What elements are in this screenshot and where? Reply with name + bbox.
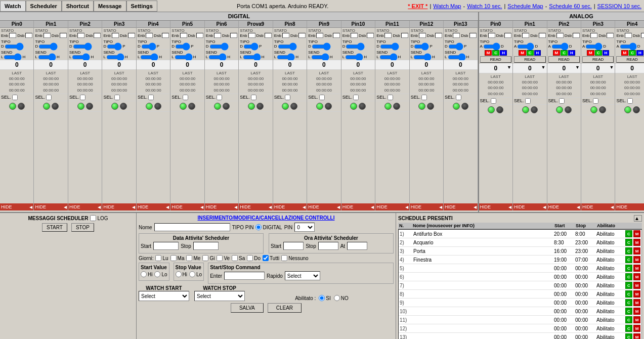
enb-input-2[interactable] xyxy=(77,33,84,38)
send-slider-2[interactable] xyxy=(72,55,90,59)
data-stop-input[interactable] xyxy=(193,242,219,250)
nessuno-check[interactable] xyxy=(281,255,287,261)
enb-input-13[interactable] xyxy=(453,33,460,38)
enb-input-6[interactable] xyxy=(214,33,221,38)
ahide-btn-1[interactable]: HIDE◀ xyxy=(513,203,546,210)
sel-check-0[interactable] xyxy=(12,95,18,100)
sched-m-btn-2[interactable]: M xyxy=(633,247,640,255)
watch-10sec-link[interactable]: Watch 10 sec. xyxy=(467,3,502,9)
dsb-input-11[interactable] xyxy=(401,33,408,38)
enb-input-4[interactable] xyxy=(146,33,153,38)
sched-m-btn-1[interactable]: M xyxy=(633,239,640,246)
send-slider-9[interactable] xyxy=(311,55,329,59)
enter-input[interactable] xyxy=(224,272,265,280)
dsb-input-7[interactable] xyxy=(265,33,272,38)
hide-btn-12[interactable]: HIDE◀ xyxy=(410,203,443,210)
ahide-btn-4[interactable]: HIDE◀ xyxy=(615,203,644,210)
adsb-input-0[interactable] xyxy=(504,33,511,38)
hide-btn-6[interactable]: HIDE◀ xyxy=(205,203,238,210)
sched-m-btn-12[interactable]: M xyxy=(633,333,640,339)
tipo-slider-0[interactable] xyxy=(5,45,24,49)
adsb-input-2[interactable] xyxy=(573,33,580,38)
sel-check-4[interactable] xyxy=(148,95,154,100)
dsb-input-5[interactable] xyxy=(196,33,203,38)
tab-watch[interactable]: Watch xyxy=(0,1,26,12)
tutti-check[interactable] xyxy=(263,255,269,261)
aenb-input-2[interactable] xyxy=(556,33,564,38)
apin-dropdown-1[interactable]: ▼ xyxy=(541,65,546,70)
mch-h-4[interactable]: H xyxy=(636,50,643,56)
send-slider-6[interactable] xyxy=(208,55,227,59)
enb-input-3[interactable] xyxy=(112,33,119,38)
ve-label[interactable]: Ve xyxy=(217,255,230,261)
log-checkbox[interactable] xyxy=(90,215,96,221)
atipo-slider-3[interactable] xyxy=(585,45,603,49)
apin-dropdown-3[interactable]: ▼ xyxy=(610,65,614,70)
tab-shortcut[interactable]: Shortcut xyxy=(62,1,94,12)
clear-button[interactable]: CLEAR xyxy=(268,303,302,313)
asel-check-2[interactable] xyxy=(559,98,565,104)
ma-check[interactable] xyxy=(170,255,177,261)
dsb-input-2[interactable] xyxy=(94,33,101,38)
me-label[interactable]: Me xyxy=(186,255,200,261)
sel-check-9[interactable] xyxy=(319,95,325,100)
sel-check-7[interactable] xyxy=(251,95,256,100)
enb-input-7[interactable] xyxy=(248,33,255,38)
mch-c-3[interactable]: C xyxy=(595,50,602,56)
send-slider-5[interactable] xyxy=(175,55,193,59)
dsb-input-8[interactable] xyxy=(298,33,306,38)
stv-lo[interactable] xyxy=(189,271,195,277)
send-slider-12[interactable] xyxy=(413,55,432,59)
hide-btn-2[interactable]: HIDE◀ xyxy=(68,203,102,210)
tipo-slider-9[interactable] xyxy=(312,45,331,49)
lu-check[interactable] xyxy=(155,255,161,261)
mch-m-2[interactable]: M xyxy=(553,50,561,56)
inserimento-link[interactable]: INSERIMENTO/MODIFICA/CANCELLAZIONE CONTR… xyxy=(198,215,335,221)
asel-check-3[interactable] xyxy=(593,98,598,104)
tab-settings[interactable]: Settings xyxy=(126,1,157,12)
adsb-input-1[interactable] xyxy=(539,33,546,38)
tipo-slider-8[interactable] xyxy=(278,45,297,49)
send-slider-11[interactable] xyxy=(379,55,398,59)
dsb-input-1[interactable] xyxy=(60,33,67,38)
mch-m-1[interactable]: M xyxy=(519,50,526,56)
exit-link[interactable]: * EXIT * xyxy=(408,3,427,9)
sel-check-6[interactable] xyxy=(217,95,222,100)
sel-check-13[interactable] xyxy=(456,95,461,100)
mch-c-2[interactable]: C xyxy=(561,50,568,56)
sa-label[interactable]: Sa xyxy=(232,255,245,261)
hide-btn-8[interactable]: HIDE◀ xyxy=(273,203,307,210)
session-10sec-link[interactable]: SESSION 10 sec. xyxy=(597,3,641,9)
enb-input-9[interactable] xyxy=(316,33,323,38)
apin-dropdown-0[interactable]: ▼ xyxy=(507,65,511,70)
tab-message[interactable]: Message xyxy=(94,1,126,12)
watch-stop-select[interactable]: Select xyxy=(194,291,245,301)
dsb-input-13[interactable] xyxy=(469,33,477,38)
watch-map-link[interactable]: Watch Map xyxy=(433,3,461,9)
ora-stop-input[interactable] xyxy=(318,242,338,250)
ahide-btn-3[interactable]: HIDE◀ xyxy=(581,203,615,210)
start-button[interactable]: START xyxy=(42,223,67,232)
schedule-60sec-link[interactable]: Schedule 60 sec. xyxy=(549,3,591,9)
sched-c-btn-3[interactable]: C xyxy=(625,256,632,263)
enb-input-1[interactable] xyxy=(44,33,51,38)
sel-check-2[interactable] xyxy=(80,95,85,100)
watch-start-select[interactable]: Select xyxy=(139,291,189,301)
send-slider-4[interactable] xyxy=(140,55,158,59)
sched-m-btn-0[interactable]: M xyxy=(633,230,640,237)
salva-button[interactable]: SALVA xyxy=(231,303,264,313)
sv-hi[interactable] xyxy=(141,271,147,277)
sched-c-btn-0[interactable]: C xyxy=(625,230,632,237)
mch-h-3[interactable]: H xyxy=(603,50,610,56)
sched-m-btn-8[interactable]: M xyxy=(633,299,640,306)
asel-check-0[interactable] xyxy=(491,98,496,104)
send-slider-1[interactable] xyxy=(38,55,56,59)
sel-check-12[interactable] xyxy=(421,95,427,100)
dsb-input-4[interactable] xyxy=(162,33,169,38)
dsb-input-3[interactable] xyxy=(128,33,135,38)
tipo-slider-12[interactable] xyxy=(414,45,429,49)
read-btn-0[interactable]: READ xyxy=(480,56,511,63)
sel-check-5[interactable] xyxy=(183,95,188,100)
aenb-input-0[interactable] xyxy=(488,33,495,38)
rapido-select[interactable]: Select xyxy=(285,271,320,280)
